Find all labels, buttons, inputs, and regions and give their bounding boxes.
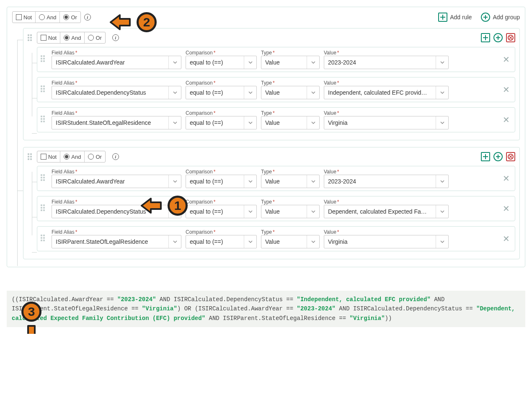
radio-icon [39, 14, 45, 20]
or-label: Or [96, 154, 101, 160]
group-add-group-button[interactable] [493, 33, 503, 42]
value-value: Virginia [328, 238, 436, 245]
and-label: And [46, 14, 56, 21]
type-value: Value [265, 59, 307, 66]
type-select[interactable]: Value [261, 205, 320, 218]
value-value: 2023-2024 [328, 178, 436, 185]
drag-handle-icon[interactable] [41, 85, 47, 94]
group-panel: Not And Or i [23, 147, 520, 259]
root-not-toggle[interactable]: Not [13, 12, 35, 23]
field-alias-value: ISIRCalculated.DependencyStatus [56, 89, 168, 96]
type-value: Value [265, 238, 307, 245]
field-alias-select[interactable]: ISIRCalculated.DependencyStatus [52, 205, 181, 218]
value-label: Value [324, 199, 336, 205]
remove-rule-button[interactable]: ✕ [501, 204, 511, 214]
chevron-down-icon [307, 205, 319, 218]
group-or-radio[interactable]: Or [84, 32, 105, 43]
remove-rule-button[interactable]: ✕ [501, 234, 511, 244]
group-add-rule-button[interactable] [481, 152, 490, 161]
value-select[interactable]: Virginia [324, 116, 449, 129]
comparison-label: Comparison [186, 229, 213, 235]
value-select[interactable]: Virginia [324, 235, 449, 248]
group-not-toggle[interactable]: Not [37, 151, 60, 162]
type-select[interactable]: Value [261, 235, 320, 248]
group-and-radio[interactable]: And [60, 32, 84, 43]
rule-row: Field Alias* ISIRCalculated.DependencySt… [37, 196, 515, 221]
root-and-radio[interactable]: And [35, 12, 59, 23]
type-value: Value [265, 208, 307, 215]
comparison-select[interactable]: equal to (==) [186, 86, 257, 99]
radio-icon [88, 154, 94, 160]
field-alias-select[interactable]: ISIRCalculated.AwardYear [52, 175, 181, 188]
field-alias-select[interactable]: ISIRCalculated.AwardYear [52, 56, 181, 69]
comparison-select[interactable]: equal to (==) [186, 56, 257, 69]
chevron-down-icon [436, 116, 448, 129]
field-alias-label: Field Alias [52, 110, 75, 116]
comparison-value: equal to (==) [190, 119, 244, 126]
comparison-select[interactable]: equal to (==) [186, 235, 257, 248]
chevron-down-icon [244, 175, 256, 188]
group-delete-button[interactable] [506, 33, 515, 42]
chevron-down-icon [244, 205, 256, 218]
comparison-select[interactable]: equal to (==) [186, 205, 257, 218]
drag-handle-icon[interactable] [41, 116, 47, 124]
group-add-rule-button[interactable] [481, 33, 490, 42]
chevron-down-icon [168, 86, 181, 99]
field-alias-select[interactable]: ISIRStudent.StateOfLegalResidence [52, 116, 181, 129]
field-alias-value: ISIRCalculated.DependencyStatus [56, 208, 168, 215]
value-select[interactable]: 2023-2024 [324, 175, 449, 188]
field-alias-value: ISIRCalculated.AwardYear [56, 59, 168, 66]
field-alias-select[interactable]: ISIRCalculated.DependencyStatus [52, 86, 181, 99]
type-select[interactable]: Value [261, 56, 320, 69]
group-delete-button[interactable] [506, 152, 515, 161]
root-or-radio[interactable]: Or [59, 12, 80, 23]
value-label: Value [324, 229, 336, 235]
drag-handle-icon[interactable] [41, 235, 47, 243]
chevron-down-icon [244, 56, 256, 69]
add-rule-button[interactable]: Add rule [438, 13, 472, 22]
group-add-group-button[interactable] [493, 152, 503, 161]
type-label: Type [261, 50, 272, 56]
comparison-label: Comparison [186, 80, 213, 86]
not-label: Not [23, 14, 32, 21]
checkbox-icon [41, 154, 46, 160]
chevron-down-icon [307, 56, 319, 69]
remove-rule-button[interactable]: ✕ [501, 54, 511, 65]
info-icon[interactable]: i [112, 34, 119, 41]
type-select[interactable]: Value [261, 86, 320, 99]
add-group-label: Add group [493, 14, 520, 21]
drag-handle-icon[interactable] [28, 34, 34, 41]
drag-handle-icon[interactable] [41, 174, 47, 183]
type-value: Value [265, 119, 307, 126]
remove-rule-button[interactable]: ✕ [501, 85, 511, 95]
drag-handle-icon[interactable] [41, 204, 47, 213]
value-label: Value [324, 169, 336, 175]
remove-rule-button[interactable]: ✕ [501, 115, 511, 125]
and-label: And [71, 35, 81, 41]
drag-handle-icon[interactable] [28, 153, 34, 160]
group-logic-switcher: Not And Or [37, 151, 106, 163]
info-icon[interactable]: i [84, 14, 91, 21]
comparison-select[interactable]: equal to (==) [186, 116, 257, 129]
group-or-radio[interactable]: Or [84, 151, 105, 162]
comparison-value: equal to (==) [190, 208, 244, 215]
drag-handle-icon[interactable] [41, 55, 47, 64]
type-select[interactable]: Value [261, 116, 320, 129]
plus-square-icon [438, 13, 447, 22]
group-and-radio[interactable]: And [60, 151, 84, 162]
type-select[interactable]: Value [261, 175, 320, 188]
value-select[interactable]: Dependent, calculated Expected Fa… [324, 205, 449, 218]
comparison-select[interactable]: equal to (==) [186, 175, 257, 188]
add-group-button[interactable]: Add group [481, 13, 520, 22]
field-alias-label: Field Alias [52, 80, 75, 86]
value-value: Dependent, calculated Expected Fa… [328, 208, 436, 215]
value-select[interactable]: 2023-2024 [324, 56, 449, 69]
value-label: Value [324, 50, 336, 56]
comparison-value: equal to (==) [190, 59, 244, 66]
group-not-toggle[interactable]: Not [37, 32, 60, 43]
field-alias-select[interactable]: ISIRParent.StateOfLegalResidence [52, 235, 181, 248]
info-icon[interactable]: i [112, 153, 119, 160]
comparison-label: Comparison [186, 199, 213, 205]
value-select[interactable]: Independent, calculated EFC provid… [324, 86, 449, 99]
remove-rule-button[interactable]: ✕ [501, 173, 511, 183]
